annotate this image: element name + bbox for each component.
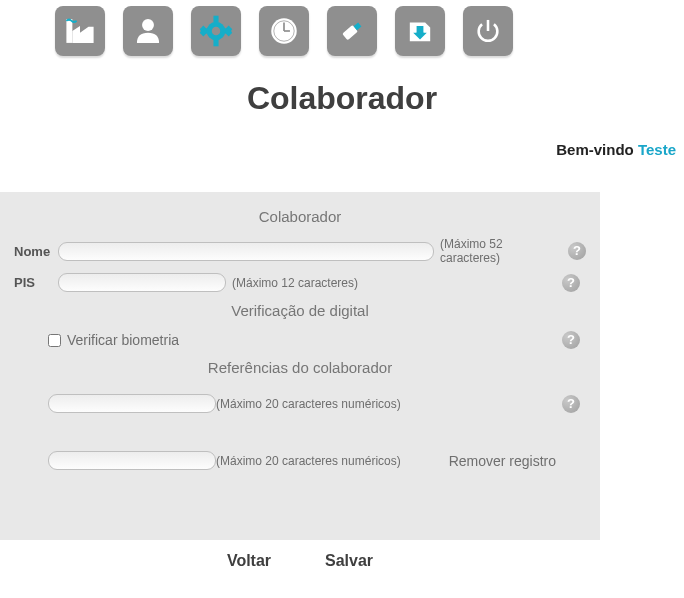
clock-icon [267,14,301,48]
svg-point-12 [212,27,221,36]
factory-button[interactable] [55,6,105,56]
form-panel: Colaborador Nome (Máximo 52 caracteres) … [0,192,600,540]
download-button[interactable] [395,6,445,56]
gear-icon [199,14,233,48]
salvar-button[interactable]: Salvar [325,552,373,570]
help-nome[interactable]: ? [568,242,586,260]
label-biometria: Verificar biometria [67,332,179,348]
welcome-prefix: Bem-vindo [556,141,638,158]
help-biometria[interactable]: ? [562,331,580,349]
svg-rect-4 [213,40,218,47]
svg-rect-0 [66,19,72,43]
input-pis[interactable] [58,273,226,292]
section-referencias: Referências do colaborador [0,359,600,376]
user-button[interactable] [123,6,173,56]
usb-icon [335,14,369,48]
input-ref2[interactable] [48,451,216,470]
hint-nome: (Máximo 52 caracteres) [440,237,562,265]
power-button[interactable] [463,6,513,56]
label-nome: Nome [14,244,52,259]
svg-point-2 [142,19,154,31]
row-nome: Nome (Máximo 52 caracteres) ? [0,233,600,269]
row-ref1: (Máximo 20 caracteres numéricos) ? [0,384,600,423]
input-nome[interactable] [58,242,434,261]
user-icon [131,14,165,48]
input-ref1[interactable] [48,394,216,413]
footer-actions: Voltar Salvar [0,540,600,582]
hint-pis: (Máximo 12 caracteres) [232,276,358,290]
svg-rect-3 [213,16,218,23]
power-icon [471,14,505,48]
checkbox-biometria[interactable] [48,334,61,347]
voltar-button[interactable]: Voltar [227,552,271,570]
page-title: Colaborador [0,80,684,117]
help-ref1[interactable]: ? [562,395,580,413]
hint-ref1: (Máximo 20 caracteres numéricos) [216,397,401,411]
row-pis: PIS (Máximo 12 caracteres) ? [0,269,600,296]
download-icon [403,14,437,48]
label-pis: PIS [14,275,52,290]
remove-registro-link[interactable]: Remover registro [449,453,556,469]
welcome-text: Bem-vindo Teste [0,141,684,158]
clock-button[interactable] [259,6,309,56]
help-pis[interactable]: ? [562,274,580,292]
hint-ref2: (Máximo 20 caracteres numéricos) [216,454,401,468]
svg-marker-1 [72,26,93,43]
row-biometria: Verificar biometria ? [0,327,600,353]
top-toolbar [0,0,684,56]
settings-button[interactable] [191,6,241,56]
usb-button[interactable] [327,6,377,56]
section-digital: Verificação de digital [0,302,600,319]
factory-icon [63,14,97,48]
welcome-user: Teste [638,141,676,158]
section-colaborador: Colaborador [0,208,600,225]
row-ref2: (Máximo 20 caracteres numéricos) Remover… [0,441,600,480]
